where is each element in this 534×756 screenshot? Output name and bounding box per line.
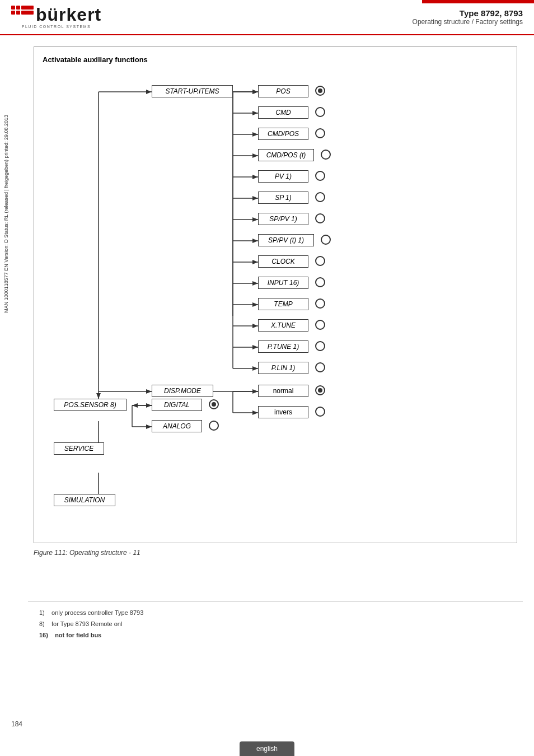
page-number: 184 — [11, 720, 22, 728]
header-title: Type 8792, 8793 — [413, 8, 523, 18]
diagram-box: Activatable auxiliary functions — [34, 46, 517, 543]
temp-radio — [315, 298, 325, 309]
pv1-radio — [315, 171, 325, 181]
svg-marker-37 — [252, 324, 258, 328]
sp1-radio — [315, 192, 325, 202]
footnote-16-num: 16) — [39, 632, 48, 638]
clock-radio — [315, 256, 325, 266]
svg-marker-44 — [146, 389, 152, 394]
footnote-16-text: not for field bus — [55, 632, 101, 638]
sp-pv-t1-box: SP/PV (t) 1) — [258, 234, 314, 246]
start-up-items-box: START-UP.ITEMS — [152, 85, 233, 97]
pos-radio — [315, 86, 325, 96]
header-right: Type 8792, 8793 Operating structure / Fa… — [413, 8, 523, 26]
svg-marker-25 — [252, 196, 258, 200]
svg-marker-61 — [146, 424, 152, 429]
footnote-1-num: 1) — [39, 609, 45, 616]
service-box: SERVICE — [54, 442, 104, 455]
pos-sensor-box: POS.SENSOR 8) — [54, 399, 127, 411]
sp-pv1-radio — [315, 213, 325, 223]
flow-container: START-UP.ITEMS POS CMD CMD/POS CMD/POS (… — [43, 75, 508, 534]
logo-text: bürkert — [36, 6, 101, 24]
header-bar-top — [422, 0, 534, 3]
normal-box: normal — [258, 385, 308, 397]
header: bürkert FLUID CONTROL SYSTEMS Type 8792,… — [0, 0, 534, 35]
logo: bürkert FLUID CONTROL SYSTEMS — [11, 6, 101, 29]
cmd-pos-t-box: CMD/POS (t) — [258, 149, 314, 161]
svg-marker-1 — [96, 393, 101, 399]
sidebar-text: MAN 1000118577 EN Version: D Status: RL … — [0, 112, 13, 316]
temp-box: TEMP — [258, 298, 308, 310]
svg-marker-17 — [252, 111, 258, 115]
footnote-8-num: 8) — [39, 620, 45, 627]
x-tune-box: X.TUNE — [258, 319, 308, 332]
footnotes: 1) only process controller Type 8793 8) … — [28, 601, 523, 641]
digital-radio — [209, 399, 219, 409]
invers-box: invers — [258, 406, 308, 418]
p-lin1-radio — [315, 362, 325, 372]
logo-subtitle: FLUID CONTROL SYSTEMS — [22, 25, 91, 29]
svg-marker-35 — [252, 302, 258, 307]
svg-marker-7 — [146, 90, 152, 94]
svg-marker-29 — [252, 239, 258, 243]
svg-marker-27 — [252, 217, 258, 222]
footnote-8-text: for Type 8793 Remote onl — [51, 620, 122, 627]
digital-box: DIGITAL — [152, 399, 202, 411]
svg-marker-19 — [252, 132, 258, 137]
svg-marker-58 — [146, 403, 152, 408]
clock-box: CLOCK — [258, 255, 308, 268]
svg-marker-15 — [252, 90, 258, 94]
sp-pv-t1-radio — [321, 235, 331, 245]
footnote-1-text: only process controller Type 8793 — [51, 609, 143, 616]
invers-radio — [315, 407, 325, 417]
footnote-8: 8) for Type 8793 Remote onl — [39, 619, 512, 630]
svg-marker-41 — [252, 366, 258, 371]
analog-box: ANALOG — [152, 420, 202, 432]
p-lin1-box: P.LIN 1) — [258, 362, 308, 374]
svg-marker-31 — [252, 260, 258, 264]
input16-box: INPUT 16) — [258, 277, 308, 289]
figure-caption: Figure 111: Operating structure - 11 — [34, 549, 517, 557]
language-tab[interactable]: english — [240, 741, 294, 756]
cmd-pos-box: CMD/POS — [258, 128, 308, 140]
footnote-1: 1) only process controller Type 8793 — [39, 608, 512, 619]
sp1-box: SP 1) — [258, 192, 308, 204]
pos-box: POS — [258, 85, 308, 97]
cmd-pos-radio — [315, 128, 325, 138]
sp-pv1-box: SP/PV 1) — [258, 213, 308, 225]
svg-marker-23 — [252, 175, 258, 179]
svg-marker-33 — [252, 281, 258, 286]
svg-marker-50 — [252, 410, 258, 415]
cmd-pos-t-radio — [321, 150, 331, 160]
input16-radio — [315, 277, 325, 287]
svg-marker-48 — [252, 389, 258, 394]
svg-marker-39 — [252, 345, 258, 349]
diagram-title: Activatable auxiliary functions — [43, 55, 508, 64]
p-tune1-radio — [315, 341, 325, 351]
x-tune-radio — [315, 320, 325, 330]
header-subtitle: Operating structure / Factory settings — [413, 18, 523, 26]
pv1-box: PV 1) — [258, 170, 308, 183]
simulation-box: SIMULATION — [54, 494, 115, 506]
disp-mode-box: DISP.MODE — [152, 385, 213, 397]
cmd-radio — [315, 107, 325, 117]
normal-radio — [315, 385, 325, 395]
analog-radio — [209, 421, 219, 431]
p-tune1-box: P.TUNE 1) — [258, 340, 308, 353]
svg-marker-21 — [252, 153, 258, 158]
main-content: Activatable auxiliary functions — [17, 46, 534, 641]
cmd-box: CMD — [258, 106, 308, 119]
footnote-16: 16) not for field bus — [39, 630, 512, 641]
